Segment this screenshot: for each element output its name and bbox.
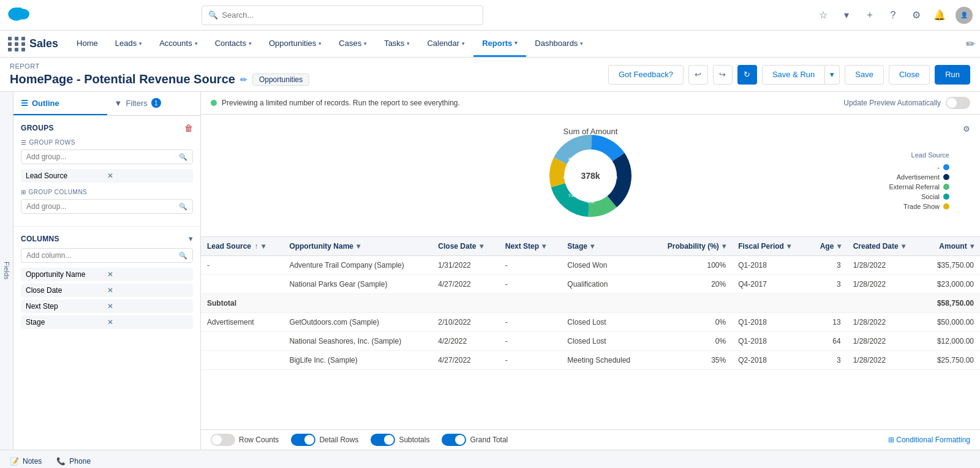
save-and-run-dropdown[interactable]: ▾ [825, 65, 840, 85]
report-title-row: HomePage - Potential Revenue Source ✏ Op… [10, 72, 309, 91]
table-cell [432, 294, 499, 313]
sort-icon[interactable]: ↑ [254, 242, 258, 251]
search-input[interactable] [222, 10, 477, 20]
nav-item-reports[interactable]: Reports ▾ [473, 31, 526, 57]
filter-icon[interactable]: ▾ [542, 242, 546, 251]
nav-item-home[interactable]: Home [68, 31, 107, 57]
report-header-left: REPORT HomePage - Potential Revenue Sour… [10, 62, 309, 91]
chart-settings-icon[interactable]: ⚙ [963, 124, 970, 134]
notifications-icon[interactable]: 🔔 [932, 8, 947, 23]
app-launcher[interactable] [5, 34, 24, 54]
grand-total-label: Grand Total [470, 436, 508, 444]
table-cell: GetOutdoors.com (Sample) [283, 313, 432, 332]
add-icon[interactable]: ＋ [862, 8, 877, 23]
remove-col-icon[interactable]: ✕ [107, 302, 189, 311]
add-group-rows-input[interactable]: 🔍 [21, 149, 193, 164]
remove-col-icon[interactable]: ✕ [107, 270, 189, 279]
remove-col-icon[interactable]: ✕ [107, 318, 189, 326]
filter-icon[interactable]: ▾ [722, 242, 726, 251]
table-cell: 35% [649, 351, 732, 370]
notes-button[interactable]: 📝 Notes [10, 457, 42, 466]
nav-edit-icon[interactable]: ✏ [966, 37, 975, 51]
filter-icon[interactable]: ▾ [902, 242, 905, 251]
nav-item-calendar[interactable]: Calendar ▾ [418, 31, 473, 57]
tab-filters[interactable]: ▼ Filters 1 [107, 92, 201, 115]
filter-icon[interactable]: ▾ [970, 242, 974, 251]
tab-outline[interactable]: ☰ Outline [13, 92, 107, 115]
remove-lead-source-icon[interactable]: ✕ [107, 172, 189, 180]
filter-icon[interactable]: ▾ [356, 242, 360, 251]
got-feedback-button[interactable]: Got Feedback? [608, 65, 684, 85]
table-cell: 13 [808, 313, 846, 332]
table-cell: - [499, 313, 562, 332]
nav-item-opportunities[interactable]: Opportunities ▾ [260, 31, 330, 57]
table-cell: 4/2/2022 [432, 332, 499, 351]
fields-tab[interactable]: Fields [0, 92, 13, 450]
columns-title: Columns [21, 235, 59, 243]
table-cell: 0% [649, 313, 732, 332]
table-cell: BigLife Inc. (Sample) [283, 351, 432, 370]
table-cell: 3 [808, 256, 846, 275]
conditional-formatting-button[interactable]: ⊞ Conditional Formatting [888, 436, 970, 444]
salesforce-logo[interactable] [7, 6, 32, 25]
save-group: Save & Run ▾ [762, 65, 840, 85]
filter-icon[interactable]: ▾ [787, 242, 791, 251]
nav-item-accounts[interactable]: Accounts ▾ [151, 31, 206, 57]
add-group-cols-input[interactable]: 🔍 [21, 199, 193, 214]
close-button[interactable]: Close [889, 65, 930, 85]
table-cell: Adventure Trail Company (Sample) [283, 256, 432, 275]
nav-item-leads[interactable]: Leads ▾ [107, 31, 151, 57]
filter-icon[interactable]: ▾ [837, 242, 841, 251]
phone-button[interactable]: 📞 Phone [56, 457, 91, 466]
settings-icon[interactable]: ⚙ [909, 8, 924, 23]
filter-icon[interactable]: ▾ [480, 242, 483, 251]
auto-update-toggle[interactable] [946, 97, 970, 109]
legend-dot-social [943, 194, 949, 200]
legend-dot-external-referral [943, 184, 949, 190]
detail-rows-label: Detail Rows [319, 436, 358, 444]
table-cell: National Parks Gear (Sample) [283, 275, 432, 294]
save-and-run-button[interactable]: Save & Run [762, 65, 825, 85]
chevron-down-icon[interactable]: ▾ [839, 8, 854, 23]
table-cell: National Seashores, Inc. (Sample) [283, 332, 432, 351]
search-bar[interactable]: 🔍 [202, 6, 483, 25]
panel-tabs: ☰ Outline ▼ Filters 1 [13, 92, 200, 116]
help-icon[interactable]: ? [886, 8, 900, 23]
legend-item-advertisement: Advertisement [889, 173, 949, 181]
chart-legend: Lead Source - Advertisement External Ref… [889, 151, 949, 210]
favorites-icon[interactable]: ☆ [816, 8, 831, 23]
nav-item-dashboards[interactable]: Dashboards ▾ [526, 31, 592, 57]
remove-col-icon[interactable]: ✕ [107, 286, 189, 295]
filter-icon[interactable]: ▾ [590, 242, 594, 251]
grand-total-toggle[interactable] [442, 434, 466, 446]
table-cell: 4/27/2022 [432, 351, 499, 370]
report-edit-icon[interactable]: ✏ [240, 75, 247, 85]
table-cell: - [499, 332, 562, 351]
run-button[interactable]: Run [935, 65, 970, 85]
refresh-button[interactable]: ↻ [737, 65, 757, 85]
filter-icon[interactable]: ▾ [262, 242, 265, 251]
row-counts-toggle[interactable] [211, 434, 235, 446]
columns-chevron-icon[interactable]: ▾ [189, 234, 193, 243]
redo-button[interactable]: ↪ [713, 65, 733, 85]
undo-button[interactable]: ↩ [688, 65, 708, 85]
table-cell: 3 [808, 351, 846, 370]
avatar[interactable]: 👤 [956, 7, 973, 24]
report-title: HomePage - Potential Revenue Source [10, 72, 235, 86]
save-button[interactable]: Save [845, 65, 884, 85]
nav-item-cases[interactable]: Cases ▾ [330, 31, 375, 57]
table-cell: 3 [808, 275, 846, 294]
table-row: National Seashores, Inc. (Sample)4/2/202… [201, 332, 980, 351]
columns-header: Columns ▾ [21, 234, 193, 243]
legend-item-dash: - [889, 164, 949, 171]
table-cell: Meeting Scheduled [561, 351, 649, 370]
detail-rows-toggle[interactable] [291, 434, 315, 446]
search-icon: 🔍 [179, 153, 187, 161]
table-cell: Closed Won [561, 256, 649, 275]
nav-item-tasks[interactable]: Tasks ▾ [375, 31, 418, 57]
groups-delete-icon[interactable]: 🗑 [184, 123, 193, 133]
chevron-down-icon: ▾ [407, 40, 410, 47]
nav-item-contacts[interactable]: Contacts ▾ [206, 31, 260, 57]
add-column-input[interactable]: 🔍 [21, 248, 193, 263]
subtotals-toggle[interactable] [371, 434, 395, 446]
